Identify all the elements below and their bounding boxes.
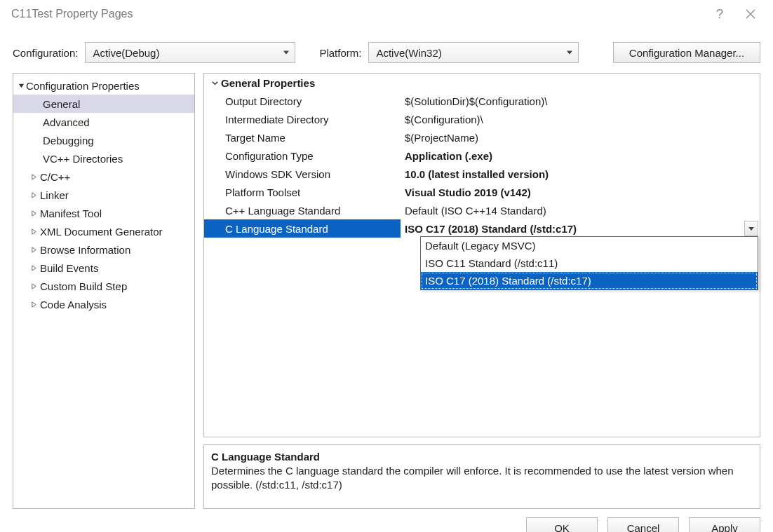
property-value[interactable]: Visual Studio 2019 (v142) [401, 183, 760, 201]
property-value[interactable]: $(SolutionDir)$(Configuration)\ [401, 92, 760, 110]
tree-item-label: XML Document Generator [39, 226, 163, 238]
property-name: C Language Standard [204, 219, 401, 238]
tree-item[interactable]: General [13, 95, 194, 113]
description-text: Determines the C language standard the c… [211, 464, 753, 493]
property-row[interactable]: Intermediate Directory$(Configuration)\ [204, 110, 760, 128]
property-value[interactable]: $(Configuration)\ [401, 110, 760, 128]
tree-item[interactable]: Linker [13, 186, 194, 204]
property-row[interactable]: C++ Language StandardDefault (ISO C++14 … [204, 201, 760, 219]
caret-right-icon [29, 283, 39, 289]
configuration-manager-button[interactable]: Configuration Manager... [613, 42, 760, 63]
property-row[interactable]: Target Name$(ProjectName) [204, 128, 760, 146]
property-value[interactable]: Default (ISO C++14 Standard) [401, 201, 760, 219]
chevron-down-icon [208, 79, 221, 87]
tree-item-label: C/C++ [39, 171, 70, 183]
property-name: Platform Toolset [204, 183, 401, 201]
config-toolbar: Configuration: Active(Debug) Platform: A… [0, 28, 773, 73]
description-title: C Language Standard [211, 451, 753, 463]
tree-item[interactable]: Advanced [13, 113, 194, 131]
caret-right-icon [29, 247, 39, 253]
tree-item-label: Debugging [18, 135, 94, 146]
caret-right-icon [29, 301, 39, 308]
property-grid: General Properties Output Directory$(Sol… [203, 73, 760, 437]
configuration-combo[interactable]: Active(Debug) [85, 42, 295, 63]
close-icon[interactable] [735, 0, 766, 28]
tree-item[interactable]: Custom Build Step [13, 277, 194, 295]
tree-item[interactable]: C/C++ [13, 168, 194, 186]
caret-right-icon [29, 210, 39, 217]
configuration-label: Configuration: [13, 47, 78, 59]
tree-item-label: General [18, 98, 80, 110]
property-row[interactable]: Windows SDK Version10.0 (latest installe… [204, 165, 760, 183]
tree-item[interactable]: Build Events [13, 259, 194, 277]
platform-label: Platform: [319, 47, 361, 59]
property-value[interactable]: $(ProjectName) [401, 128, 760, 146]
tree-item[interactable]: Code Analysis [13, 295, 194, 313]
property-row[interactable]: Output Directory$(SolutionDir)$(Configur… [204, 92, 760, 110]
property-name: Target Name [204, 128, 401, 146]
tree-item-label: VC++ Directories [18, 153, 123, 165]
property-name: C++ Language Standard [204, 201, 401, 219]
tree-item-label: Custom Build Step [39, 280, 127, 292]
configuration-combo-value: Active(Debug) [93, 47, 159, 59]
window-title: C11Test Property Pages [11, 8, 133, 20]
dropdown-option[interactable]: Default (Legacy MSVC) [421, 237, 758, 254]
tree-item[interactable]: Manifest Tool [13, 204, 194, 222]
dropdown-option[interactable]: ISO C17 (2018) Standard (/std:c17) [421, 272, 758, 289]
property-name: Windows SDK Version [204, 165, 401, 183]
tree-root[interactable]: Configuration Properties [13, 76, 194, 95]
dropdown-option[interactable]: ISO C11 Standard (/std:c11) [421, 254, 758, 272]
tree-item-label: Linker [39, 189, 69, 201]
ok-label: OK [554, 522, 570, 533]
property-name: Output Directory [204, 92, 401, 110]
caret-right-icon [29, 229, 39, 235]
caret-down-icon [16, 83, 26, 89]
tree-panel: Configuration Properties GeneralAdvanced… [13, 73, 195, 509]
help-icon[interactable]: ? [704, 0, 735, 28]
tree-item-label: Manifest Tool [39, 207, 102, 219]
dropdown-button[interactable] [744, 221, 758, 236]
tree-item-label: Build Events [39, 262, 98, 274]
tree-item-label: Code Analysis [39, 299, 107, 311]
property-value[interactable]: 10.0 (latest installed version) [401, 165, 760, 183]
platform-combo[interactable]: Active(Win32) [368, 42, 579, 63]
titlebar: C11Test Property Pages ? [0, 0, 773, 28]
caret-right-icon [29, 192, 39, 198]
apply-label: Apply [711, 522, 738, 533]
tree-item-label: Advanced [18, 116, 90, 128]
cancel-button[interactable]: Cancel [607, 517, 679, 532]
platform-combo-value: Active(Win32) [376, 47, 441, 59]
caret-right-icon [29, 174, 39, 180]
property-value[interactable]: ISO C17 (2018) Standard (/std:c17) [401, 219, 760, 238]
property-value[interactable]: Application (.exe) [401, 146, 760, 165]
property-row[interactable]: C Language StandardISO C17 (2018) Standa… [204, 219, 760, 238]
property-name: Intermediate Directory [204, 110, 401, 128]
group-title: General Properties [221, 77, 315, 89]
ok-button[interactable]: OK [526, 517, 598, 532]
caret-right-icon [29, 265, 39, 271]
group-header[interactable]: General Properties [204, 74, 760, 92]
tree-item[interactable]: Debugging [13, 131, 194, 149]
dropdown-popup: Default (Legacy MSVC)ISO C11 Standard (/… [420, 236, 758, 290]
tree-item[interactable]: VC++ Directories [13, 149, 194, 168]
dialog-footer: OK Cancel Apply [0, 509, 773, 532]
configuration-manager-label: Configuration Manager... [629, 47, 744, 59]
apply-button[interactable]: Apply [689, 517, 760, 532]
tree-item-label: Browse Information [39, 244, 130, 256]
tree-item[interactable]: Browse Information [13, 240, 194, 259]
cancel-label: Cancel [627, 522, 660, 533]
property-name: Configuration Type [204, 146, 401, 165]
property-row[interactable]: Platform ToolsetVisual Studio 2019 (v142… [204, 183, 760, 201]
property-row[interactable]: Configuration TypeApplication (.exe) [204, 146, 760, 165]
tree-item[interactable]: XML Document Generator [13, 222, 194, 240]
description-panel: C Language Standard Determines the C lan… [203, 444, 760, 509]
tree-root-label: Configuration Properties [26, 80, 140, 92]
